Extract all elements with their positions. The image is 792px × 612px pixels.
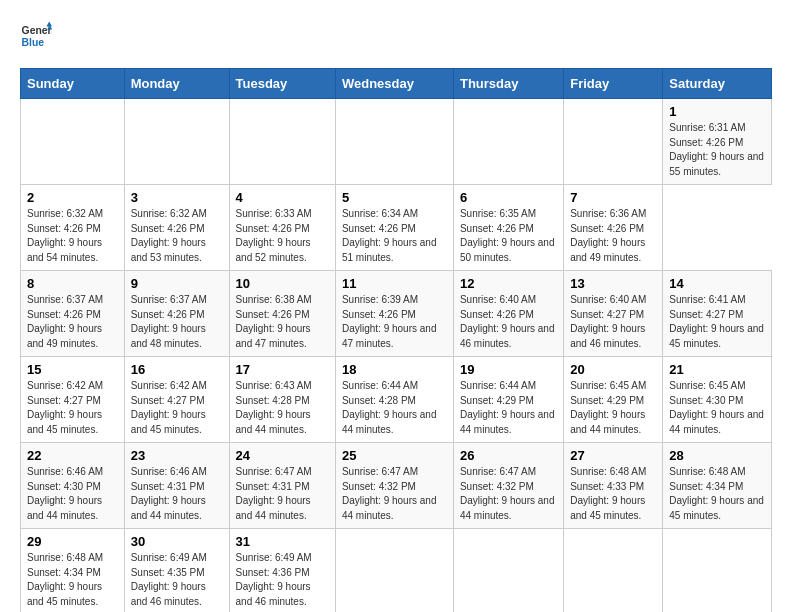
calendar-week-1: 1Sunrise: 6:31 AMSunset: 4:26 PMDaylight… [21, 99, 772, 185]
calendar-day-22: 22Sunrise: 6:46 AMSunset: 4:30 PMDayligh… [21, 443, 125, 529]
calendar-day-4: 4Sunrise: 6:33 AMSunset: 4:26 PMDaylight… [229, 185, 335, 271]
calendar-day-2: 2Sunrise: 6:32 AMSunset: 4:26 PMDaylight… [21, 185, 125, 271]
calendar-day-30: 30Sunrise: 6:49 AMSunset: 4:35 PMDayligh… [124, 529, 229, 613]
calendar-day-13: 13Sunrise: 6:40 AMSunset: 4:27 PMDayligh… [564, 271, 663, 357]
calendar-day-26: 26Sunrise: 6:47 AMSunset: 4:32 PMDayligh… [453, 443, 563, 529]
calendar-day-5: 5Sunrise: 6:34 AMSunset: 4:26 PMDaylight… [335, 185, 453, 271]
calendar-day-27: 27Sunrise: 6:48 AMSunset: 4:33 PMDayligh… [564, 443, 663, 529]
empty-cell [453, 529, 563, 613]
empty-cell [335, 99, 453, 185]
svg-text:Blue: Blue [22, 37, 45, 48]
calendar-day-23: 23Sunrise: 6:46 AMSunset: 4:31 PMDayligh… [124, 443, 229, 529]
calendar-day-9: 9Sunrise: 6:37 AMSunset: 4:26 PMDaylight… [124, 271, 229, 357]
calendar-day-11: 11Sunrise: 6:39 AMSunset: 4:26 PMDayligh… [335, 271, 453, 357]
calendar-week-3: 8Sunrise: 6:37 AMSunset: 4:26 PMDaylight… [21, 271, 772, 357]
calendar-week-6: 29Sunrise: 6:48 AMSunset: 4:34 PMDayligh… [21, 529, 772, 613]
calendar-week-5: 22Sunrise: 6:46 AMSunset: 4:30 PMDayligh… [21, 443, 772, 529]
calendar-day-20: 20Sunrise: 6:45 AMSunset: 4:29 PMDayligh… [564, 357, 663, 443]
calendar-day-31: 31Sunrise: 6:49 AMSunset: 4:36 PMDayligh… [229, 529, 335, 613]
col-header-tuesday: Tuesday [229, 69, 335, 99]
calendar-body: 1Sunrise: 6:31 AMSunset: 4:26 PMDaylight… [21, 99, 772, 613]
calendar-day-18: 18Sunrise: 6:44 AMSunset: 4:28 PMDayligh… [335, 357, 453, 443]
empty-cell [229, 99, 335, 185]
calendar-day-16: 16Sunrise: 6:42 AMSunset: 4:27 PMDayligh… [124, 357, 229, 443]
calendar-day-19: 19Sunrise: 6:44 AMSunset: 4:29 PMDayligh… [453, 357, 563, 443]
col-header-friday: Friday [564, 69, 663, 99]
empty-cell [124, 99, 229, 185]
svg-text:General: General [22, 25, 52, 36]
empty-cell [564, 529, 663, 613]
header-row: SundayMondayTuesdayWednesdayThursdayFrid… [21, 69, 772, 99]
calendar-day-24: 24Sunrise: 6:47 AMSunset: 4:31 PMDayligh… [229, 443, 335, 529]
logo-icon: General Blue [20, 20, 52, 52]
calendar-day-3: 3Sunrise: 6:32 AMSunset: 4:26 PMDaylight… [124, 185, 229, 271]
calendar-day-14: 14Sunrise: 6:41 AMSunset: 4:27 PMDayligh… [663, 271, 772, 357]
logo: General Blue [20, 20, 52, 52]
col-header-monday: Monday [124, 69, 229, 99]
calendar-day-1: 1Sunrise: 6:31 AMSunset: 4:26 PMDaylight… [663, 99, 772, 185]
page-header: General Blue [20, 20, 772, 52]
col-header-thursday: Thursday [453, 69, 563, 99]
empty-cell [21, 99, 125, 185]
calendar-table: SundayMondayTuesdayWednesdayThursdayFrid… [20, 68, 772, 612]
calendar-header: SundayMondayTuesdayWednesdayThursdayFrid… [21, 69, 772, 99]
calendar-day-15: 15Sunrise: 6:42 AMSunset: 4:27 PMDayligh… [21, 357, 125, 443]
calendar-day-28: 28Sunrise: 6:48 AMSunset: 4:34 PMDayligh… [663, 443, 772, 529]
calendar-day-8: 8Sunrise: 6:37 AMSunset: 4:26 PMDaylight… [21, 271, 125, 357]
empty-cell [663, 529, 772, 613]
calendar-week-2: 2Sunrise: 6:32 AMSunset: 4:26 PMDaylight… [21, 185, 772, 271]
empty-cell [335, 529, 453, 613]
calendar-day-12: 12Sunrise: 6:40 AMSunset: 4:26 PMDayligh… [453, 271, 563, 357]
col-header-wednesday: Wednesday [335, 69, 453, 99]
calendar-day-6: 6Sunrise: 6:35 AMSunset: 4:26 PMDaylight… [453, 185, 563, 271]
empty-cell [453, 99, 563, 185]
calendar-day-21: 21Sunrise: 6:45 AMSunset: 4:30 PMDayligh… [663, 357, 772, 443]
calendar-day-17: 17Sunrise: 6:43 AMSunset: 4:28 PMDayligh… [229, 357, 335, 443]
calendar-day-7: 7Sunrise: 6:36 AMSunset: 4:26 PMDaylight… [564, 185, 663, 271]
calendar-week-4: 15Sunrise: 6:42 AMSunset: 4:27 PMDayligh… [21, 357, 772, 443]
empty-cell [564, 99, 663, 185]
calendar-day-29: 29Sunrise: 6:48 AMSunset: 4:34 PMDayligh… [21, 529, 125, 613]
col-header-sunday: Sunday [21, 69, 125, 99]
calendar-day-25: 25Sunrise: 6:47 AMSunset: 4:32 PMDayligh… [335, 443, 453, 529]
calendar-day-10: 10Sunrise: 6:38 AMSunset: 4:26 PMDayligh… [229, 271, 335, 357]
col-header-saturday: Saturday [663, 69, 772, 99]
